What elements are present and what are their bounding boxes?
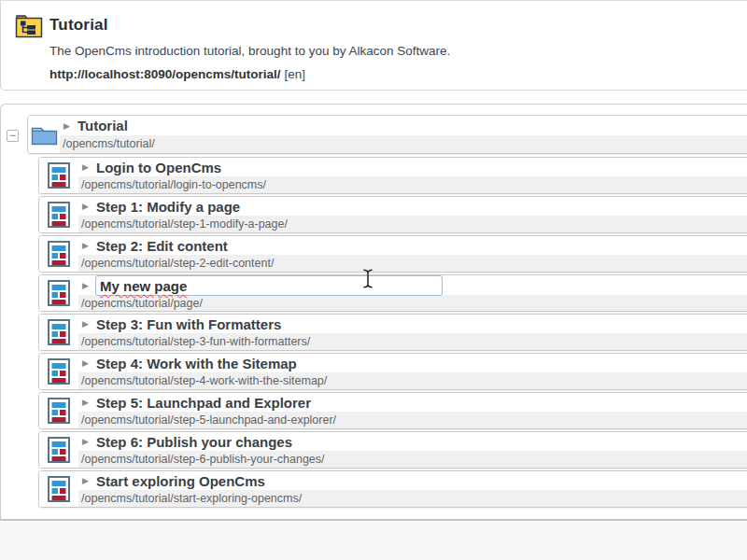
page-icon: [39, 471, 78, 507]
sitemap-folder-icon: [15, 13, 44, 43]
expander-icon[interactable]: ▶: [82, 203, 90, 211]
sitemap-entry[interactable]: ▶ Step 3: Fun with Formatters /opencms/t…: [38, 314, 747, 351]
sitemap-entry[interactable]: ▶ Login to OpenCms /opencms/tutorial/log…: [38, 157, 747, 194]
folder-icon: [28, 116, 60, 153]
site-locale-badge: [en]: [285, 67, 306, 81]
page-icon: [39, 236, 78, 272]
sitemap-entry[interactable]: ▶ Step 4: Work with the Sitemap /opencms…: [38, 353, 747, 390]
expander-icon[interactable]: ▶: [82, 477, 90, 485]
entry-path: /opencms/tutorial/step-2-edit-content/: [78, 255, 747, 272]
entry-path: /opencms/tutorial/step-6-publish-your-ch…: [78, 451, 747, 468]
title-edit-value: My new page: [100, 278, 187, 294]
entry-path: /opencms/tutorial/: [60, 135, 747, 153]
expander-icon[interactable]: ▶: [63, 122, 71, 131]
site-url-line: http://localhost:8090/opencms/tutorial/[…: [49, 67, 305, 81]
page-icon: [39, 393, 78, 428]
entry-title: Step 5: Launchpad and Explorer: [96, 395, 311, 411]
sitemap-entry[interactable]: ▶ Start exploring OpenCms /opencms/tutor…: [38, 470, 747, 508]
entry-title: Step 4: Work with the Sitemap: [96, 356, 297, 371]
sitemap-entry[interactable]: ▶ Step 1: Modify a page /opencms/tutoria…: [38, 196, 747, 233]
collapse-toggle[interactable]: −: [7, 130, 19, 142]
entry-path: /opencms/tutorial/page/: [78, 295, 747, 312]
site-description: The OpenCms introduction tutorial, broug…: [49, 44, 450, 58]
page-icon: [39, 315, 78, 350]
entry-path: /opencms/tutorial/login-to-opencms/: [78, 176, 747, 193]
expander-icon[interactable]: ▶: [82, 438, 90, 446]
page-icon: [39, 432, 78, 468]
title-edit-input[interactable]: My new page: [95, 275, 443, 296]
entry-title: Login to OpenCms: [96, 160, 221, 175]
entry-path: /opencms/tutorial/step-1-modify-a-page/: [78, 216, 747, 232]
entry-title: Step 1: Modify a page: [96, 199, 240, 215]
entry-path: /opencms/tutorial/step-4-work-with-the-s…: [78, 372, 747, 389]
entry-path: /opencms/tutorial/step-3-fun-with-format…: [78, 333, 747, 350]
expander-icon[interactable]: ▶: [82, 282, 90, 290]
expander-icon[interactable]: ▶: [82, 163, 90, 172]
entry-title: Tutorial: [78, 118, 128, 133]
entry-title: Start exploring OpenCms: [96, 473, 265, 489]
page-icon: [39, 275, 78, 311]
expander-icon[interactable]: ▶: [82, 242, 90, 250]
page-background-footer: [0, 521, 747, 560]
expander-icon[interactable]: ▶: [82, 320, 90, 329]
sitemap-tree-panel: ▶ Tutorial /opencms/tutorial/ ▶ Login to…: [0, 104, 747, 521]
entry-title: Step 3: Fun with Formatters: [96, 316, 281, 332]
entry-title: Step 6: Publish your changes: [96, 434, 292, 450]
sitemap-header: Tutorial The OpenCms introduction tutori…: [0, 0, 747, 91]
entry-title: Step 2: Edit content: [96, 238, 228, 254]
entry-path: /opencms/tutorial/start-exploring-opencm…: [78, 490, 747, 507]
expander-icon[interactable]: ▶: [82, 399, 90, 407]
page-icon: [39, 158, 78, 193]
sitemap-root-entry[interactable]: ▶ Tutorial /opencms/tutorial/: [27, 115, 747, 154]
sitemap-entry[interactable]: ▶ Step 6: Publish your changes /opencms/…: [38, 431, 747, 469]
text-cursor-ibeam: [362, 269, 374, 292]
entry-path: /opencms/tutorial/step-5-launchpad-and-e…: [78, 412, 747, 428]
sitemap-entry[interactable]: ▶ Step 2: Edit content /opencms/tutorial…: [38, 235, 747, 273]
expander-icon[interactable]: ▶: [82, 359, 90, 368]
site-url: http://localhost:8090/opencms/tutorial/: [49, 67, 281, 81]
page-icon: [39, 197, 78, 232]
sitemap-entry[interactable]: ▶ My new page /opencms/tutorial/page/: [38, 274, 747, 312]
page-icon: [39, 354, 78, 389]
page-title: Tutorial: [49, 16, 108, 35]
sitemap-entry[interactable]: ▶ Step 5: Launchpad and Explorer /opencm…: [38, 392, 747, 429]
